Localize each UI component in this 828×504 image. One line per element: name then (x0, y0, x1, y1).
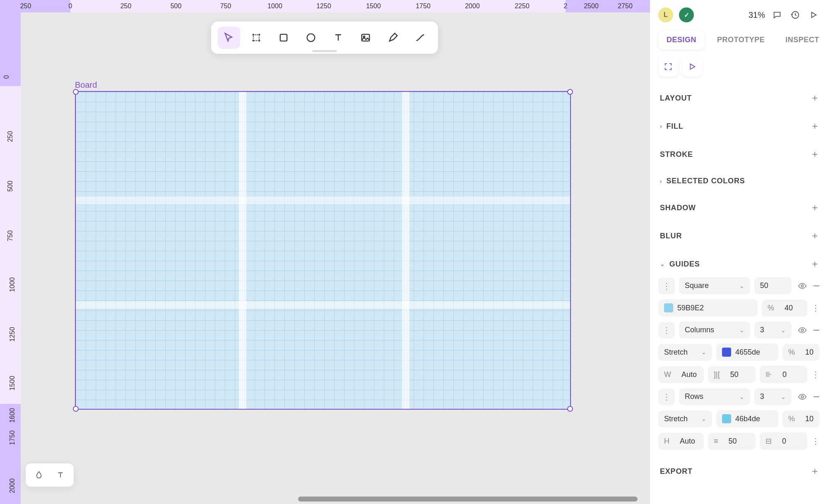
history-icon[interactable] (789, 9, 802, 21)
play-icon[interactable] (807, 9, 820, 21)
dots-vertical-icon: ⋮ (662, 392, 671, 402)
canvas[interactable]: Board (21, 12, 650, 504)
palette-text-icon[interactable] (55, 470, 65, 480)
palette-droplet-icon[interactable] (34, 470, 44, 480)
dots-vertical-icon: ⋮ (662, 281, 671, 291)
action-expand-button[interactable] (658, 57, 678, 77)
tool-frame[interactable] (245, 26, 267, 49)
guide-rows-align-select[interactable]: Stretch⌄ (658, 410, 712, 427)
tab-prototype[interactable]: PROTOTYPE (709, 31, 773, 49)
guide-cols-margin-input[interactable]: ⊪ 0 (760, 366, 807, 383)
guide-sq-type-select[interactable]: Square⌄ (679, 277, 750, 294)
guide-cols-remove-icon[interactable]: − (813, 324, 820, 337)
guide-cols-menu[interactable]: ⋮ (658, 322, 675, 338)
section-fill-label: FILL (666, 122, 683, 131)
guide-rows-opacity-input[interactable]: % 10 (782, 410, 820, 427)
guide-rows-gutter-input[interactable]: ≡ 50 (708, 433, 756, 450)
section-shadow[interactable]: SHADOW+ (658, 196, 820, 219)
chevron-down-icon: ⌄ (701, 415, 706, 422)
guide-rows-height-input[interactable]: H Auto (658, 433, 704, 450)
action-play-button[interactable] (682, 57, 702, 77)
guide-rows-opacity-value: 10 (805, 415, 814, 423)
guide-cols-count-value: 3 (760, 326, 764, 334)
tool-rectangle[interactable] (272, 26, 295, 49)
guide-rows-menu[interactable]: ⋮ (658, 389, 675, 405)
resize-handle-bl[interactable] (73, 406, 79, 412)
add-export-icon[interactable]: + (812, 466, 818, 477)
section-stroke[interactable]: STROKE+ (658, 143, 820, 166)
add-guide-icon[interactable]: + (812, 258, 818, 270)
section-layout[interactable]: LAYOUT+ (658, 86, 820, 110)
guide-sq-opacity-input[interactable]: % 40 (762, 300, 807, 317)
guide-sq-color-input[interactable]: 59B9E2 (658, 299, 758, 317)
guide-cols-visibility-icon[interactable] (796, 324, 809, 337)
section-selected-colors[interactable]: ›SELECTED COLORS (658, 171, 820, 191)
section-blur[interactable]: BLUR+ (658, 224, 820, 247)
guide-rows-count-select[interactable]: 3⌄ (754, 388, 792, 405)
guide-rows-color-value: 46b4de (735, 415, 760, 423)
zoom-level[interactable]: 31% (749, 10, 765, 20)
board-label[interactable]: Board (75, 80, 97, 90)
guide-sq-menu[interactable]: ⋮ (658, 278, 675, 294)
tab-design[interactable]: DESIGN (658, 31, 705, 49)
ruler-h-tick: 500 (171, 2, 182, 10)
section-guides[interactable]: ⌄GUIDES+ (658, 252, 820, 276)
guide-cols-gutter-input[interactable]: ]|[ 50 (708, 366, 756, 383)
guide-cols-align-select[interactable]: Stretch⌄ (658, 344, 712, 361)
guide-rows-more-icon[interactable]: ⋮ (811, 436, 820, 446)
guide-sq-size-input[interactable]: 50 (754, 277, 792, 294)
guide-sq-visibility-icon[interactable] (796, 279, 809, 293)
tool-text[interactable] (327, 26, 349, 49)
add-shadow-icon[interactable]: + (812, 202, 818, 214)
tool-curve[interactable] (409, 26, 431, 49)
avatar-user[interactable]: L (658, 7, 673, 22)
guide-cols-color-input[interactable]: 4655de (716, 343, 778, 361)
guide-cols-opacity-input[interactable]: % 10 (782, 344, 820, 361)
color-swatch (664, 303, 673, 312)
section-guides-label: GUIDES (669, 260, 700, 269)
ruler-vertical[interactable]: 0250500750100012501500160017502000 (0, 0, 21, 504)
guide-rows-color-input[interactable]: 46b4de (716, 410, 778, 427)
tool-image[interactable] (354, 26, 377, 49)
chevron-right-icon: › (660, 178, 662, 185)
guide-cols-width-input[interactable]: W Auto (658, 366, 704, 383)
add-fill-icon[interactable]: + (812, 120, 818, 132)
guide-sq-color-value: 59B9E2 (677, 304, 704, 312)
guide-cols-count-select[interactable]: 3⌄ (754, 322, 792, 338)
guide-sq-opacity-value: 40 (785, 304, 793, 312)
section-export[interactable]: EXPORT+ (658, 460, 820, 483)
add-layout-icon[interactable]: + (812, 92, 818, 104)
tool-pen[interactable] (382, 26, 404, 49)
tool-pointer[interactable] (218, 26, 240, 49)
add-blur-icon[interactable]: + (812, 230, 818, 242)
comments-icon[interactable] (771, 9, 783, 21)
w-label: W (664, 370, 671, 379)
guide-rows-height-value: Auto (680, 437, 695, 446)
guide-rows-visibility-icon[interactable] (796, 390, 809, 403)
toolbar-drag-handle[interactable] (312, 50, 337, 52)
resize-handle-tr[interactable] (567, 89, 573, 95)
guide-rows-type-select[interactable]: Rows⌄ (679, 388, 750, 405)
guide-rows-margin-value: 0 (782, 437, 786, 446)
guide-cols-opacity-value: 10 (805, 348, 814, 357)
ruler-horizontal[interactable]: 2500250500750100012501500175020002250225… (7, 0, 650, 12)
section-fill[interactable]: ›FILL+ (658, 115, 820, 138)
ruler-h-tick: 1500 (366, 2, 381, 10)
guide-cols-more-icon[interactable]: ⋮ (811, 370, 820, 379)
guide-rows-remove-icon[interactable]: − (813, 390, 820, 403)
resize-handle-tl[interactable] (73, 89, 79, 95)
guide-rows-margin-input[interactable]: ⊟ 0 (760, 432, 807, 450)
chevron-down-icon: ⌄ (739, 394, 744, 400)
resize-handle-br[interactable] (567, 406, 573, 412)
tool-ellipse[interactable] (300, 26, 322, 49)
avatar-sync-check-icon[interactable]: ✓ (679, 7, 694, 22)
chevron-down-icon: ⌄ (660, 261, 665, 267)
horizontal-scrollbar[interactable] (298, 497, 638, 502)
board[interactable] (75, 91, 571, 410)
guide-sq-remove-icon[interactable]: − (813, 279, 820, 293)
guide-sq-more-icon[interactable]: ⋮ (811, 303, 820, 313)
add-stroke-icon[interactable]: + (812, 149, 818, 160)
guide-cols-type-select[interactable]: Columns⌄ (679, 322, 750, 338)
tab-inspect[interactable]: INSPECT (777, 31, 828, 49)
floating-toolbar (211, 22, 438, 54)
